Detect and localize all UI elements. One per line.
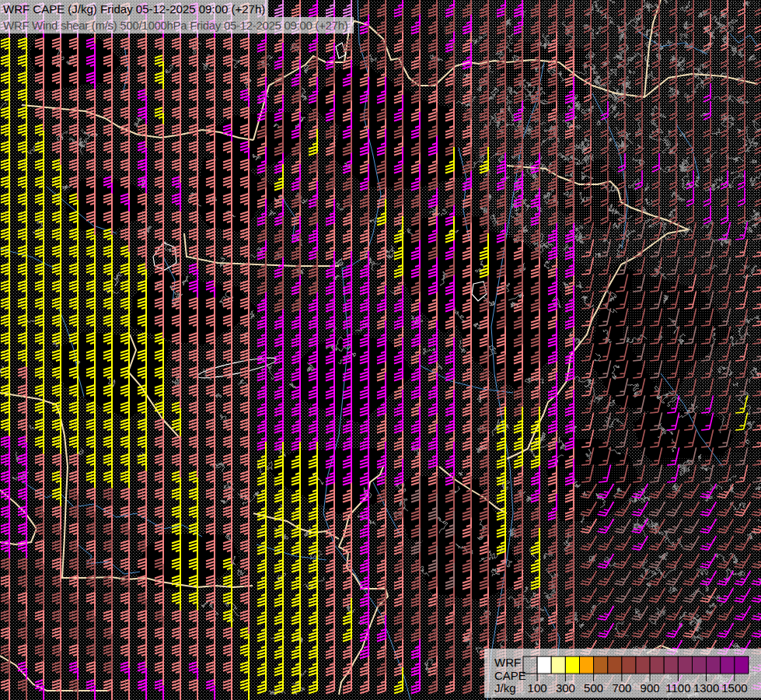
svg-text:100: 100	[528, 681, 547, 695]
svg-text:WRF: WRF	[494, 656, 521, 669]
svg-text:WRF CAPE (J/kg) Friday 05-12-2: WRF CAPE (J/kg) Friday 05-12-2025 09:00 …	[3, 2, 265, 16]
svg-text:CAPE: CAPE	[494, 669, 526, 682]
svg-text:300: 300	[556, 681, 575, 695]
svg-text:700: 700	[612, 681, 631, 695]
svg-text:WRF Wind shear (m/s) 500/1000h: WRF Wind shear (m/s) 500/1000hPa Friday …	[3, 19, 348, 32]
svg-text:900: 900	[641, 681, 660, 695]
svg-text:1300: 1300	[693, 681, 719, 695]
svg-text:1500: 1500	[721, 681, 747, 695]
svg-text:1100: 1100	[665, 681, 690, 695]
svg-text:500: 500	[584, 681, 603, 695]
svg-text:J/kg: J/kg	[494, 681, 516, 695]
